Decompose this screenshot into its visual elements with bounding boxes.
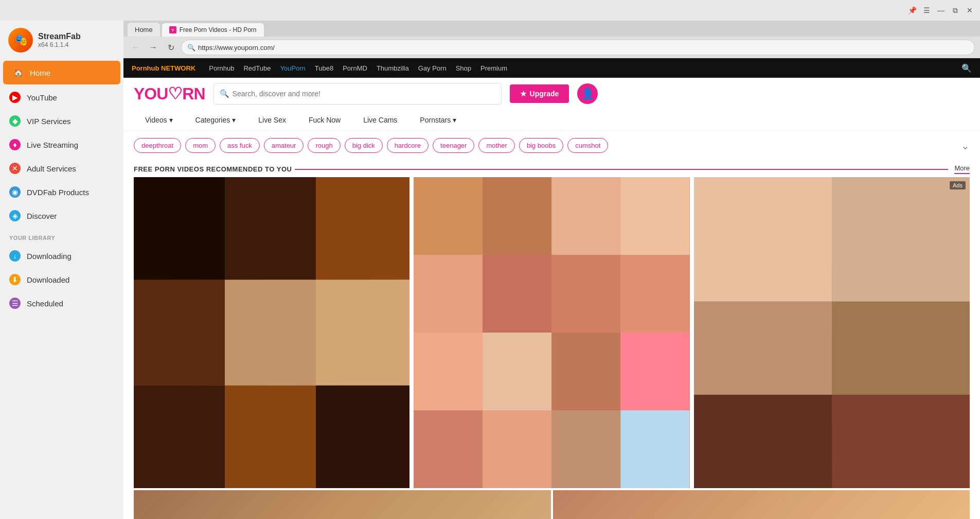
back-button[interactable]: ← (129, 40, 143, 55)
dvdfab-icon: ◉ (9, 186, 21, 198)
live-icon: ♦ (9, 139, 21, 150)
videos-dropdown-icon: ▾ (169, 116, 173, 124)
nav-live-sex[interactable]: Live Sex (247, 110, 297, 130)
thumb-2-pixel (414, 177, 689, 488)
network-link-shop[interactable]: Shop (456, 64, 471, 72)
nav-fuck-now[interactable]: Fuck Now (297, 110, 352, 130)
upgrade-button[interactable]: ★ Upgrade (510, 84, 569, 103)
video-row-bottom (123, 488, 980, 519)
search-input[interactable] (213, 83, 502, 105)
sidebar-item-youtube[interactable]: ▶ YouTube (0, 85, 123, 109)
sidebar-item-scheduled[interactable]: ☰ Scheduled (0, 291, 123, 315)
svg-rect-4 (225, 280, 316, 385)
bottom-thumb-2[interactable] (553, 490, 970, 519)
network-link-tube8[interactable]: Tube8 (315, 64, 333, 72)
sidebar-item-downloading[interactable]: ↓ Downloading (0, 244, 123, 268)
refresh-button[interactable]: ↻ (164, 40, 178, 55)
svg-rect-21 (414, 410, 483, 488)
browser-chrome: Home Y Free Porn Videos - HD Porn ← → ↻ … (123, 21, 980, 58)
svg-rect-23 (551, 410, 620, 488)
tag-big-boobs[interactable]: big boobs (519, 138, 563, 153)
nav-pornstars[interactable]: Pornstars ▾ (408, 110, 468, 130)
sidebar-item-adult[interactable]: ✕ Adult Services (0, 157, 123, 180)
section-header: FREE PORN VIDEOS RECOMMENDED TO YOU More (123, 160, 980, 177)
svg-rect-6 (134, 386, 225, 488)
tag-ass-fuck[interactable]: ass fuck (220, 138, 260, 153)
categories-dropdown-icon: ▾ (232, 116, 236, 124)
network-link-pornhub[interactable]: Pornhub (209, 64, 234, 72)
svg-rect-14 (483, 255, 551, 333)
network-link-pornmd[interactable]: PornMD (343, 64, 367, 72)
tag-deepthroat[interactable]: deepthroat (134, 138, 181, 153)
tag-teenager[interactable]: teenager (433, 138, 474, 153)
tag-cumshot[interactable]: cumshot (567, 138, 608, 153)
sidebar-label-youtube: YouTube (27, 93, 57, 102)
sidebar-label-vip: VIP Services (27, 117, 71, 126)
youtube-icon: ▶ (9, 92, 21, 103)
network-link-gayporn[interactable]: Gay Porn (418, 64, 447, 72)
nav-categories[interactable]: Categories ▾ (184, 110, 247, 130)
sidebar-item-downloaded[interactable]: ⬇ Downloaded (0, 268, 123, 291)
sidebar-item-home[interactable]: 🏠 Home (3, 61, 120, 84)
video-thumb-1[interactable] (134, 177, 409, 488)
tab-home[interactable]: Home (128, 23, 160, 37)
restore-button[interactable]: ⧉ (950, 5, 960, 15)
sidebar-item-dvdfab[interactable]: ◉ DVDFab Products (0, 180, 123, 204)
network-link-redtube[interactable]: RedTube (243, 64, 271, 72)
address-input[interactable] (181, 40, 975, 55)
tag-amateur[interactable]: amateur (264, 138, 304, 153)
discover-icon: ◈ (9, 210, 21, 221)
video-thumb-3[interactable]: Ads (694, 177, 970, 488)
tag-rough[interactable]: rough (308, 138, 340, 153)
nav-bar: ← → ↻ 🔍 (123, 37, 980, 58)
sidebar-item-live-streaming[interactable]: ♦ Live Streaming (0, 133, 123, 157)
tag-big-dick[interactable]: big dick (345, 138, 383, 153)
sidebar-label-live: Live Streaming (27, 141, 78, 149)
network-link-premium[interactable]: Premium (480, 64, 507, 72)
forward-button[interactable]: → (146, 40, 161, 55)
tag-mother[interactable]: mother (478, 138, 514, 153)
network-search-icon[interactable]: 🔍 (961, 63, 972, 73)
logo-icon: 🎭 (8, 28, 33, 53)
tags-more-chevron[interactable]: ⌄ (961, 140, 970, 152)
logo-text: StreamFab x64 6.1.1.4 (38, 32, 81, 48)
svg-rect-19 (551, 333, 620, 410)
close-button[interactable]: ✕ (965, 5, 975, 15)
tag-mom[interactable]: mom (185, 138, 216, 153)
bottom-thumb-1[interactable] (134, 490, 551, 519)
tab-bar: Home Y Free Porn Videos - HD Porn (123, 21, 980, 37)
section-more-button[interactable]: More (954, 164, 970, 174)
youporn-header: YOU♡RN 🔍 ★ Upgrade 👤 (123, 78, 980, 110)
svg-rect-8 (316, 386, 409, 488)
pin-button[interactable]: 📌 (907, 5, 917, 15)
svg-rect-18 (483, 333, 551, 410)
menu-button[interactable]: ☰ (921, 5, 932, 15)
tag-hardcore[interactable]: hardcore (387, 138, 429, 153)
tab-youporn[interactable]: Y Free Porn Videos - HD Porn (162, 23, 264, 37)
scheduled-icon: ☰ (9, 298, 21, 309)
sidebar: 🎭 StreamFab x64 6.1.1.4 🏠 Home ▶ YouTube… (0, 21, 123, 519)
upgrade-star-icon: ★ (520, 90, 527, 98)
user-avatar[interactable]: 👤 (577, 83, 598, 104)
sidebar-item-vip[interactable]: ◆ VIP Services (0, 109, 123, 133)
network-link-thumbzilla[interactable]: Thumbzilla (377, 64, 409, 72)
title-bar: 📌 ☰ — ⧉ ✕ (0, 0, 980, 21)
nav-videos[interactable]: Videos ▾ (134, 110, 184, 130)
main-area: Home Y Free Porn Videos - HD Porn ← → ↻ … (123, 21, 980, 519)
minimize-button[interactable]: — (936, 5, 946, 15)
address-search-icon: 🔍 (187, 44, 195, 51)
video-thumb-2[interactable] (414, 177, 689, 488)
network-link-youporn[interactable]: YouPorn (280, 64, 305, 72)
nav-live-cams[interactable]: Live Cams (352, 110, 408, 130)
home-icon: 🏠 (12, 67, 24, 78)
sidebar-item-discover[interactable]: ◈ Discover (0, 204, 123, 228)
sidebar-label-home: Home (30, 68, 50, 77)
svg-rect-11 (551, 177, 620, 255)
svg-rect-24 (621, 410, 690, 488)
app-name: StreamFab (38, 32, 81, 41)
section-header-inner: FREE PORN VIDEOS RECOMMENDED TO YOU (134, 165, 954, 173)
sidebar-label-downloaded: Downloaded (27, 275, 69, 284)
library-section-label: YOUR LIBRARY (0, 228, 123, 244)
sidebar-label-downloading: Downloading (27, 252, 72, 261)
svg-rect-5 (316, 280, 409, 385)
